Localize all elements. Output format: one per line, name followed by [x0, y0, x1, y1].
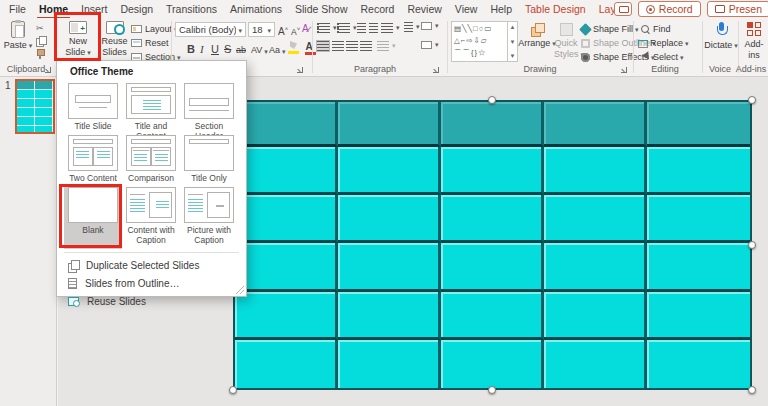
table-cell[interactable] — [441, 147, 544, 195]
paste-button[interactable]: Paste — [4, 21, 32, 51]
columns-button[interactable] — [377, 41, 396, 51]
dictate-button[interactable]: Dictate — [705, 22, 737, 51]
table-cell[interactable] — [338, 147, 441, 195]
strikethrough-button[interactable]: S — [224, 40, 231, 55]
table-cell[interactable] — [647, 147, 750, 195]
table-cell[interactable] — [544, 243, 647, 291]
resize-handle-top-right[interactable] — [748, 96, 756, 104]
tab-file[interactable]: File — [9, 3, 26, 15]
resize-handle-bottom-right[interactable] — [748, 386, 756, 394]
table-cell[interactable] — [235, 243, 338, 291]
align-left-button[interactable] — [317, 41, 329, 51]
addins-button[interactable]: Add-ins — [741, 22, 767, 61]
slide-1-thumbnail[interactable] — [15, 79, 55, 134]
new-slide-button[interactable]: New Slide — [59, 21, 97, 58]
table-cell[interactable] — [235, 195, 338, 243]
layout-comparison[interactable]: Comparison — [122, 133, 180, 185]
clear-formatting-icon[interactable]: A̷ — [302, 22, 309, 36]
italic-button[interactable]: I — [200, 40, 204, 55]
replace-button[interactable]: Replace — [638, 38, 689, 48]
present-button[interactable]: Presen — [707, 1, 768, 17]
table-cell[interactable] — [647, 102, 750, 147]
tab-home[interactable]: Home — [39, 3, 68, 15]
line-spacing-button[interactable] — [381, 23, 400, 33]
resize-handle-bottom-left[interactable] — [229, 386, 237, 394]
layout-title-only[interactable]: Title Only — [180, 133, 238, 185]
table-cell[interactable] — [647, 243, 750, 291]
layout-title-slide[interactable]: Title Slide — [64, 81, 122, 133]
layout-section-header[interactable]: Section Header — [180, 81, 238, 133]
table-cell[interactable] — [235, 340, 338, 388]
reset-button[interactable]: Reset — [131, 38, 169, 48]
dropdown-resize-grip[interactable] — [236, 286, 244, 294]
decrease-indent-button[interactable] — [357, 23, 366, 33]
tab-review[interactable]: Review — [407, 3, 441, 15]
bold-button[interactable]: B — [187, 40, 195, 55]
table-cell[interactable] — [441, 292, 544, 340]
slide-table[interactable] — [233, 100, 752, 390]
convert-smartart-button[interactable] — [421, 41, 439, 49]
table-cell[interactable] — [235, 292, 338, 340]
numbering-button[interactable] — [337, 23, 357, 33]
record-button[interactable]: Record — [638, 1, 701, 17]
font-dialog-launcher[interactable] — [296, 66, 305, 75]
layout-title-and-content[interactable]: Title and Content — [122, 81, 180, 133]
tab-view[interactable]: View — [455, 3, 478, 15]
layout-blank[interactable]: Blank — [64, 185, 122, 249]
format-painter-icon[interactable] — [36, 49, 45, 59]
tab-insert[interactable]: Insert — [81, 3, 107, 15]
duplicate-selected-slides-item[interactable]: Duplicate Selected Slides — [68, 257, 240, 273]
table-cell[interactable] — [338, 102, 441, 147]
underline-button[interactable]: U — [211, 40, 219, 55]
paragraph-dialog-launcher[interactable] — [432, 66, 441, 75]
text-direction-button[interactable] — [404, 22, 420, 32]
copy-icon[interactable] — [36, 36, 45, 46]
clipboard-dialog-launcher[interactable] — [44, 66, 53, 75]
shapes-gallery[interactable]: ▤╲╲□○▭△⌐⇨⇩▱⌒⌒{}☆ ▲▼▼ — [451, 21, 518, 62]
table-cell[interactable] — [235, 102, 338, 147]
bullets-button[interactable] — [317, 23, 337, 33]
quick-styles-button[interactable]: Quick Styles — [552, 23, 580, 60]
layout-picture-with-caption[interactable]: Picture with Caption — [180, 185, 238, 249]
tab-table-design[interactable]: Table Design — [525, 3, 586, 15]
align-right-button[interactable] — [346, 41, 358, 51]
font-size-combo[interactable]: 18 — [248, 22, 275, 37]
align-text-button[interactable] — [421, 22, 439, 30]
tab-transitions[interactable]: Transitions — [166, 3, 217, 15]
table-cell[interactable] — [544, 292, 647, 340]
resize-handle-bottom-center[interactable] — [488, 386, 496, 394]
tab-help[interactable]: Help — [490, 3, 512, 15]
tab-record[interactable]: Record — [361, 3, 395, 15]
arrange-button[interactable]: Arrange — [521, 23, 553, 49]
table-cell[interactable] — [441, 102, 544, 147]
reuse-slides-button[interactable]: Reuse Slides — [99, 21, 130, 58]
highlight-pen-icon[interactable] — [288, 41, 300, 54]
table-cell[interactable] — [647, 195, 750, 243]
slides-from-outline-item[interactable]: Slides from Outline… — [68, 275, 240, 291]
text-shadow-button[interactable]: ab — [236, 40, 246, 55]
tab-design[interactable]: Design — [120, 3, 153, 15]
comments-icon[interactable] — [614, 2, 632, 16]
justify-button[interactable] — [360, 41, 372, 51]
table-cell[interactable] — [338, 195, 441, 243]
table-cell[interactable] — [338, 243, 441, 291]
layout-two-content[interactable]: Two Content — [64, 133, 122, 185]
table-cell[interactable] — [441, 340, 544, 388]
table-cell[interactable] — [647, 292, 750, 340]
shapes-gallery-scroll[interactable]: ▲▼▼ — [507, 22, 517, 61]
table-cell[interactable] — [235, 147, 338, 195]
table-cell[interactable] — [441, 243, 544, 291]
shape-fill-button[interactable]: Shape Fill — [581, 24, 639, 34]
change-case-button[interactable]: Aa — [269, 40, 286, 55]
find-button[interactable]: Find — [641, 24, 671, 34]
cut-icon[interactable]: ✂ — [36, 24, 44, 33]
layout-content-with-caption[interactable]: Content with Caption — [122, 185, 180, 249]
table-cell[interactable] — [441, 195, 544, 243]
table-cell[interactable] — [544, 195, 647, 243]
tab-animations[interactable]: Animations — [230, 3, 282, 15]
increase-indent-button[interactable] — [369, 23, 378, 33]
increase-font-icon[interactable]: A˄ — [278, 22, 288, 39]
table-cell[interactable] — [544, 102, 647, 147]
table-cell[interactable] — [647, 340, 750, 388]
decrease-font-icon[interactable]: A˅ — [291, 22, 300, 39]
